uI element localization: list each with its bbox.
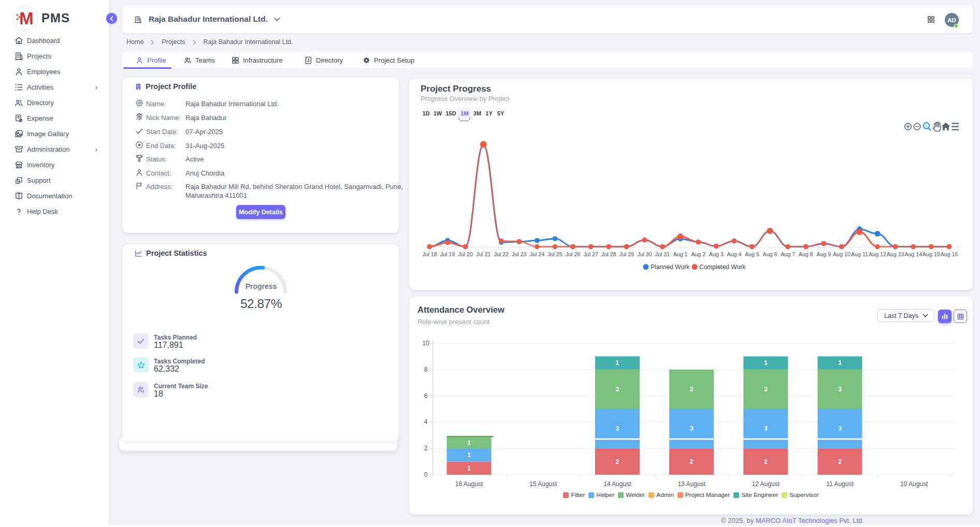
svg-text:Aug 3: Aug 3 [709, 251, 724, 257]
svg-text:1: 1 [764, 359, 768, 367]
svg-text:3: 3 [764, 425, 768, 432]
svg-text:Jul 23: Jul 23 [512, 251, 527, 257]
svg-text:Aug 7: Aug 7 [781, 251, 795, 257]
svg-text:3: 3 [838, 386, 842, 393]
svg-text:Aug 11: Aug 11 [851, 251, 868, 257]
svg-text:Jul 24: Jul 24 [530, 251, 545, 257]
svg-text:Planned Work: Planned Work [651, 264, 690, 271]
svg-text:Aug 10: Aug 10 [833, 251, 851, 257]
svg-text:Jul 19: Jul 19 [440, 251, 455, 257]
svg-text:10 August: 10 August [900, 480, 928, 488]
svg-text:Aug 15: Aug 15 [923, 251, 940, 257]
svg-text:Aug 4: Aug 4 [727, 251, 741, 257]
svg-text:Completed Work: Completed Work [699, 264, 746, 271]
svg-text:Jul 22: Jul 22 [494, 251, 509, 257]
svg-text:2: 2 [424, 445, 428, 452]
svg-text:8: 8 [424, 366, 428, 373]
svg-text:Aug 12: Aug 12 [869, 251, 886, 257]
svg-text:3: 3 [690, 425, 694, 432]
svg-text:Aug 2: Aug 2 [691, 251, 705, 257]
svg-text:Jul 31: Jul 31 [655, 251, 670, 257]
svg-text:1: 1 [467, 451, 471, 459]
svg-text:10: 10 [422, 340, 429, 347]
svg-text:14 August: 14 August [603, 480, 631, 488]
svg-text:Jul 25: Jul 25 [547, 251, 563, 257]
svg-text:Aug 16: Aug 16 [940, 251, 958, 257]
svg-text:1: 1 [838, 359, 842, 367]
svg-text:Jul 21: Jul 21 [476, 251, 491, 257]
svg-text:Aug 6: Aug 6 [763, 251, 777, 257]
svg-text:3: 3 [616, 386, 619, 393]
svg-text:Aug 5: Aug 5 [745, 251, 759, 257]
svg-text:Aug 14: Aug 14 [904, 251, 922, 257]
svg-text:2: 2 [690, 458, 694, 465]
svg-text:3: 3 [616, 425, 619, 432]
svg-text:Aug 9: Aug 9 [816, 251, 831, 257]
svg-text:3: 3 [838, 425, 842, 432]
svg-text:0: 0 [424, 471, 428, 478]
svg-text:1: 1 [467, 440, 471, 447]
svg-text:16 August: 16 August [455, 480, 483, 488]
svg-text:6: 6 [424, 392, 428, 400]
svg-text:1: 1 [616, 359, 619, 367]
svg-text:Jul 18: Jul 18 [422, 251, 437, 257]
svg-text:Jul 27: Jul 27 [583, 251, 598, 257]
svg-text:15 August: 15 August [529, 480, 557, 488]
svg-text:2: 2 [616, 458, 619, 465]
svg-text:Jul 20: Jul 20 [458, 251, 473, 257]
svg-text:11 August: 11 August [826, 480, 854, 488]
svg-text:Aug 8: Aug 8 [799, 251, 813, 257]
svg-text:Aug 13: Aug 13 [887, 251, 904, 257]
svg-text:3: 3 [764, 386, 768, 393]
svg-text:Jul 29: Jul 29 [619, 251, 635, 257]
svg-text:1: 1 [467, 465, 471, 472]
svg-text:Jul 26: Jul 26 [566, 251, 581, 257]
svg-text:12 August: 12 August [752, 480, 780, 488]
svg-text:4: 4 [424, 418, 428, 426]
svg-text:3: 3 [690, 386, 694, 393]
svg-text:Jul 30: Jul 30 [637, 251, 652, 257]
svg-text:Jul 28: Jul 28 [601, 251, 616, 257]
svg-text:2: 2 [764, 458, 768, 465]
svg-text:13 August: 13 August [678, 480, 705, 488]
svg-text:2: 2 [838, 458, 842, 465]
svg-text:Aug 1: Aug 1 [673, 251, 688, 257]
